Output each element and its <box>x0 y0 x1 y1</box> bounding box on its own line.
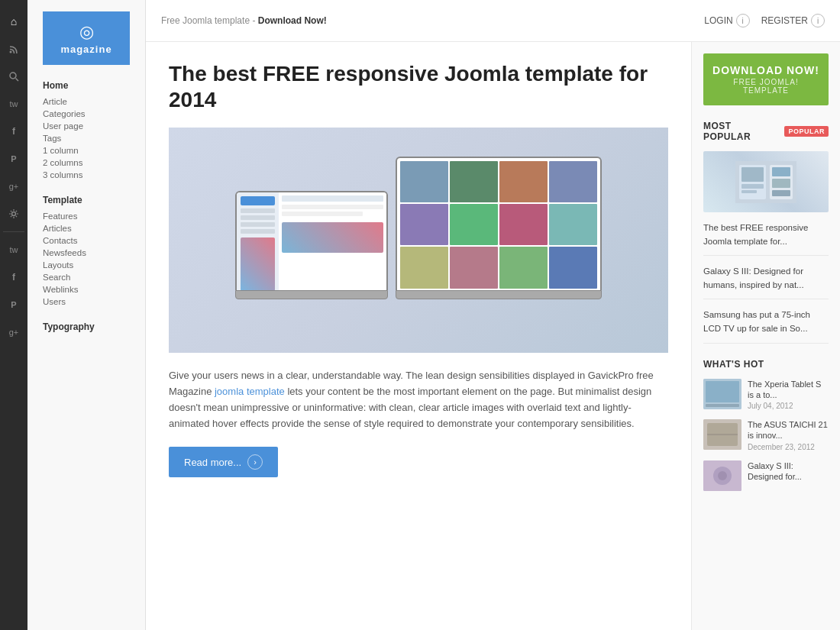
svg-rect-12 <box>772 190 790 196</box>
download-sub: FREE JOOMLA! TEMPLATE <box>711 78 821 95</box>
nav-link-newsfeeds[interactable]: Newsfeeds <box>43 247 130 259</box>
nav-link-articles[interactable]: Articles <box>43 222 130 234</box>
twitter2-icon-btn[interactable]: tw <box>0 236 27 263</box>
content-row: The best FREE responsive Joomla template… <box>146 42 840 630</box>
article-image <box>169 128 668 353</box>
nav-group-title-template: Template <box>43 195 130 205</box>
download-title: DOWNLOAD NOW! <box>711 64 821 76</box>
hot-item-info-1: The Xperia Tablet S is a to... July 04, … <box>748 379 829 411</box>
icon-sidebar: ⌂ tw f P g+ tw f P g+ <box>0 0 27 630</box>
hot-item-info-3: Galaxy S III: Designed for... <box>748 460 829 484</box>
popular-item-text-2: Galaxy S III: Designed for humans, inspi… <box>703 267 804 289</box>
hot-thumb-3 <box>703 460 741 491</box>
popular-item-text-1: The best FREE responsive Joomla template… <box>703 223 808 246</box>
whats-hot-title: WHAT'S HOT <box>703 359 764 370</box>
whats-hot-header: WHAT'S HOT <box>703 359 829 370</box>
hot-item-date-1: July 04, 2012 <box>748 402 829 410</box>
screen-sidebar-small <box>237 192 279 290</box>
main-content: The best FREE responsive Joomla template… <box>146 42 691 630</box>
google2-icon-btn[interactable]: g+ <box>0 318 27 346</box>
nav-group-template: Template Features Articles Contacts News… <box>43 195 130 308</box>
laptop-container <box>220 141 617 340</box>
read-more-label: Read more... <box>184 457 241 468</box>
logo-area: ◎ magazine <box>43 11 130 65</box>
pinterest-icon-btn[interactable]: P <box>0 145 27 173</box>
most-popular-title: MOST POPULAR <box>703 121 778 142</box>
logo-text: magazine <box>60 44 111 55</box>
twitter-icon-btn[interactable]: tw <box>0 90 27 118</box>
laptop-large <box>396 157 602 325</box>
hot-item-title-1: The Xperia Tablet S is a to... <box>748 379 829 401</box>
nav-link-user-page[interactable]: User page <box>43 120 130 132</box>
nav-group-title-typography: Typography <box>43 321 130 332</box>
screen-main-small <box>279 192 386 290</box>
svg-line-2 <box>16 79 19 82</box>
popular-item-1: The best FREE responsive Joomla template… <box>703 220 829 256</box>
nav-link-layouts[interactable]: Layouts <box>43 259 130 271</box>
svg-point-3 <box>12 212 16 216</box>
hot-item-date-2: December 23, 2012 <box>748 443 829 451</box>
read-more-button[interactable]: Read more... › <box>169 447 278 477</box>
hot-item-3: Galaxy S III: Designed for... <box>703 460 829 491</box>
hot-item-title-2: The ASUS TAICHI 21 is innov... <box>748 419 829 441</box>
settings-icon-btn[interactable] <box>0 200 27 228</box>
popular-item-text-3: Samsung has put a 75-inch LCD TV up for … <box>703 310 810 333</box>
facebook2-icon-btn[interactable]: f <box>0 263 27 291</box>
screen-grid <box>397 158 600 290</box>
nav-link-users[interactable]: Users <box>43 296 130 308</box>
read-more-arrow-icon: › <box>247 454 263 470</box>
hot-thumb-2 <box>703 419 741 450</box>
search-icon-btn[interactable] <box>0 63 27 90</box>
laptop-screen-large <box>396 157 602 290</box>
nav-link-article[interactable]: Article <box>43 95 130 108</box>
nav-link-3col[interactable]: 3 columns <box>43 169 130 181</box>
right-sidebar: DOWNLOAD NOW! FREE JOOMLA! TEMPLATE MOST… <box>691 42 840 630</box>
laptop-screen-small <box>235 191 388 290</box>
article-title: The best FREE responsive Joomla template… <box>169 61 668 112</box>
pinterest2-icon-btn[interactable]: P <box>0 291 27 318</box>
svg-rect-10 <box>772 167 790 176</box>
nav-link-contacts[interactable]: Contacts <box>43 234 130 247</box>
svg-rect-15 <box>706 404 739 407</box>
nav-link-categories[interactable]: Categories <box>43 108 130 120</box>
most-popular-header: MOST POPULAR POPULAR <box>703 121 829 142</box>
svg-point-21 <box>718 471 727 480</box>
popular-item-2: Galaxy S III: Designed for humans, inspi… <box>703 263 829 299</box>
popular-image-svg <box>735 161 796 203</box>
svg-point-1 <box>10 73 16 79</box>
nav-link-weblinks[interactable]: Weblinks <box>43 283 130 296</box>
nav-link-2col[interactable]: 2 columns <box>43 157 130 169</box>
svg-point-0 <box>10 51 12 53</box>
download-button[interactable]: DOWNLOAD NOW! FREE JOOMLA! TEMPLATE <box>703 53 829 105</box>
svg-rect-9 <box>741 190 757 193</box>
hot-item-title-3: Galaxy S III: Designed for... <box>748 460 829 483</box>
svg-rect-8 <box>741 184 764 189</box>
article-body: Give your users news in a clear, underst… <box>169 368 668 431</box>
nav-link-features[interactable]: Features <box>43 210 130 222</box>
nav-link-search[interactable]: Search <box>43 271 130 283</box>
login-icon: i <box>736 14 750 27</box>
joomla-template-link[interactable]: joomla template <box>215 386 285 397</box>
hot-item-1: The Xperia Tablet S is a to... July 04, … <box>703 379 829 411</box>
top-bar-tagline: Free Joomla template - Download Now! <box>161 15 327 26</box>
hot-item-2: The ASUS TAICHI 21 is innov... December … <box>703 419 829 451</box>
svg-rect-14 <box>706 381 739 402</box>
home-icon-btn[interactable]: ⌂ <box>0 8 27 35</box>
tagline-bold: Download Now! <box>258 15 327 26</box>
google-icon-btn[interactable]: g+ <box>0 173 27 200</box>
rss-icon-btn[interactable] <box>0 35 27 63</box>
nav-group-title-home: Home <box>43 80 130 91</box>
popular-image-inner <box>703 151 829 212</box>
nav-link-1col[interactable]: 1 column <box>43 144 130 157</box>
laptop-small <box>235 191 388 325</box>
facebook-icon-btn[interactable]: f <box>0 118 27 145</box>
register-button[interactable]: REGISTER i <box>761 14 825 27</box>
svg-rect-11 <box>772 179 790 188</box>
login-button[interactable]: LOGIN i <box>704 14 749 27</box>
popular-image <box>703 151 829 212</box>
tagline-prefix: Free Joomla template - <box>161 15 258 26</box>
nav-group-typography: Typography <box>43 321 130 332</box>
nav-link-tags[interactable]: Tags <box>43 132 130 144</box>
popular-item-3: Samsung has put a 75-inch LCD TV up for … <box>703 307 829 343</box>
top-bar: Free Joomla template - Download Now! LOG… <box>146 0 840 42</box>
